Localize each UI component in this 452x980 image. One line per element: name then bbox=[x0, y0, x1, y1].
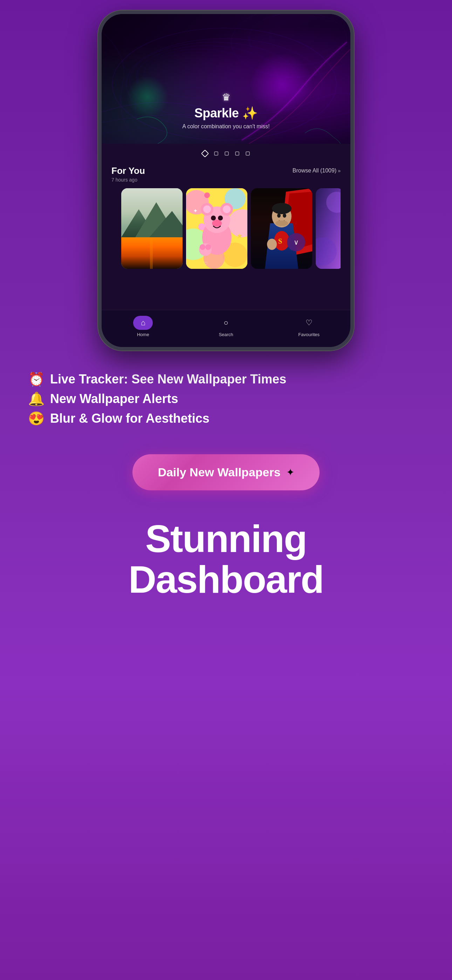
search-icon-wrap: ○ bbox=[216, 316, 236, 330]
for-you-title: For You bbox=[111, 165, 145, 176]
nav-search[interactable]: ○ Search bbox=[185, 316, 268, 337]
browse-all-button[interactable]: Browse All (1009) » bbox=[293, 165, 341, 174]
headline-dashboard: Dashboard bbox=[129, 558, 324, 601]
headline-section: Stunning Dashboard bbox=[0, 511, 452, 627]
wallpaper-card-superman[interactable]: S bbox=[251, 188, 312, 269]
dot-4[interactable] bbox=[246, 151, 250, 156]
phone-container: ♛ Sparkle ✨ A color combination you can'… bbox=[0, 0, 452, 350]
cta-section: Daily New Wallpapers ✦ bbox=[0, 440, 452, 511]
svg-point-31 bbox=[211, 216, 216, 221]
feature-item-blur: 😍 Blur & Glow for Aesthetics bbox=[28, 411, 424, 426]
wallpaper-grid: ✦ ⭐ ♡ bbox=[111, 188, 341, 269]
svg-point-5 bbox=[151, 52, 235, 88]
bears-wallpaper-svg: ✦ ⭐ ♡ bbox=[186, 188, 247, 269]
blur-emoji: 😍 bbox=[28, 411, 45, 426]
alerts-emoji: 🔔 bbox=[28, 391, 45, 407]
svg-point-50 bbox=[283, 213, 286, 218]
phone-screen: ♛ Sparkle ✨ A color combination you can'… bbox=[102, 14, 350, 347]
for-you-section: For You 7 hours ago Browse All (1009) » bbox=[102, 162, 350, 274]
svg-text:S: S bbox=[278, 237, 282, 245]
alerts-text: New Wallpaper Alerts bbox=[50, 391, 178, 406]
home-icon: ⌂ bbox=[141, 318, 145, 328]
wallpaper-card-mountain[interactable] bbox=[121, 188, 183, 269]
svg-point-32 bbox=[218, 216, 223, 221]
wallpaper-card-bears[interactable]: ✦ ⭐ ♡ bbox=[186, 188, 247, 269]
features-section: ⏰ Live Tracker: See New Wallpaper Times … bbox=[0, 350, 452, 440]
favourites-label: Favourites bbox=[298, 332, 320, 337]
svg-point-51 bbox=[275, 221, 288, 226]
cta-button[interactable]: Daily New Wallpapers ✦ bbox=[132, 454, 319, 490]
hero-banner: ♛ Sparkle ✨ A color combination you can'… bbox=[102, 14, 350, 144]
nav-favourites[interactable]: ♡ Favourites bbox=[267, 316, 350, 337]
home-label: Home bbox=[137, 332, 149, 337]
svg-point-39 bbox=[200, 244, 205, 250]
dot-1[interactable] bbox=[214, 151, 218, 156]
favourites-icon-wrap: ♡ bbox=[299, 316, 319, 330]
section-header: For You 7 hours ago Browse All (1009) » bbox=[111, 165, 341, 183]
svg-point-30 bbox=[223, 205, 231, 213]
svg-point-28 bbox=[203, 205, 211, 213]
svg-point-48 bbox=[272, 203, 291, 214]
browse-chevrons-icon: » bbox=[338, 168, 341, 173]
search-icon: ○ bbox=[224, 318, 228, 328]
phone-frame: ♛ Sparkle ✨ A color combination you can'… bbox=[98, 11, 354, 350]
blur-text: Blur & Glow for Aesthetics bbox=[50, 411, 210, 426]
svg-point-22 bbox=[204, 192, 210, 198]
svg-point-52 bbox=[267, 239, 277, 250]
more-button[interactable]: ∨ bbox=[287, 233, 305, 251]
heart-icon: ♡ bbox=[306, 318, 312, 328]
partial-wallpaper-svg bbox=[316, 188, 341, 269]
bottom-nav: ⌂ Home ○ Search ♡ Favourites bbox=[102, 310, 350, 347]
tracker-emoji: ⏰ bbox=[28, 372, 45, 387]
hero-subtitle: A color combination you can't miss! bbox=[182, 123, 269, 130]
chevron-down-icon: ∨ bbox=[294, 238, 299, 247]
svg-rect-14 bbox=[150, 237, 153, 269]
svg-point-40 bbox=[205, 244, 211, 250]
crown-icon: ♛ bbox=[222, 91, 231, 103]
hero-content: ♛ Sparkle ✨ A color combination you can'… bbox=[102, 91, 350, 130]
svg-text:♡: ♡ bbox=[204, 261, 208, 266]
section-title-group: For You 7 hours ago bbox=[111, 165, 145, 183]
dot-0[interactable] bbox=[201, 150, 209, 158]
tracker-text: Live Tracker: See New Wallpaper Times bbox=[50, 372, 286, 387]
mountain-wallpaper-svg bbox=[121, 188, 183, 269]
svg-point-49 bbox=[277, 213, 281, 218]
nav-home[interactable]: ⌂ Home bbox=[102, 316, 185, 337]
dot-3[interactable] bbox=[235, 151, 239, 156]
hero-title: Sparkle ✨ bbox=[194, 106, 258, 121]
browse-all-label: Browse All (1009) bbox=[293, 167, 336, 174]
cta-sparkle-icon: ✦ bbox=[286, 466, 294, 478]
headline-stunning: Stunning bbox=[145, 517, 307, 560]
wallpaper-card-partial[interactable] bbox=[316, 188, 341, 269]
svg-text:⭐: ⭐ bbox=[237, 233, 242, 238]
home-icon-wrap: ⌂ bbox=[133, 316, 153, 330]
dot-2[interactable] bbox=[224, 151, 229, 156]
cta-label: Daily New Wallpapers bbox=[158, 466, 280, 479]
svg-point-8 bbox=[270, 16, 340, 54]
for-you-time: 7 hours ago bbox=[111, 177, 145, 183]
svg-text:✦: ✦ bbox=[193, 208, 197, 214]
feature-item-tracker: ⏰ Live Tracker: See New Wallpaper Times bbox=[28, 372, 424, 387]
carousel-dots bbox=[102, 144, 350, 162]
headline-line1: Stunning Dashboard bbox=[28, 519, 424, 599]
feature-item-alerts: 🔔 New Wallpaper Alerts bbox=[28, 391, 424, 407]
search-label: Search bbox=[219, 332, 233, 337]
superman-wallpaper-svg: S bbox=[251, 188, 312, 269]
